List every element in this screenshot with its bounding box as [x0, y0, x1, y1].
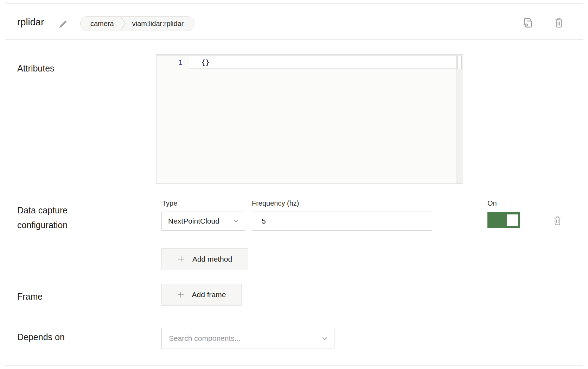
depends-on-label: Depends on [17, 330, 65, 344]
editor-active-line: 1 {} [156, 56, 456, 69]
attributes-label: Attributes [17, 61, 55, 76]
depends-on-select [161, 328, 334, 349]
add-method-button[interactable]: Add method [161, 248, 248, 270]
component-category: camera [90, 20, 114, 28]
trash-icon [553, 216, 562, 226]
frequency-label: Frequency (hz) [252, 199, 299, 207]
editor-code-text: {} [189, 56, 456, 69]
editor-line-number: 1 [156, 56, 189, 69]
duplicate-component-button[interactable] [522, 17, 534, 29]
plus-icon [177, 291, 184, 298]
rename-button[interactable] [57, 19, 69, 29]
delete-component-button[interactable] [552, 17, 565, 29]
capture-type-select[interactable]: NextPointCloud [161, 212, 245, 231]
duplicate-icon [522, 17, 533, 29]
editor-scrollbar-thumb[interactable] [458, 56, 462, 69]
capture-toggle[interactable] [487, 212, 520, 228]
chevron-down-icon [233, 219, 238, 223]
add-frame-label: Add frame [192, 290, 226, 299]
plus-icon [178, 256, 185, 263]
delete-capture-method-button[interactable] [551, 214, 564, 227]
component-model: viam:lidar:rplidar [132, 20, 184, 28]
search-components-input[interactable] [161, 328, 334, 349]
frame-label: Frame [17, 289, 43, 304]
component-card: rplidar camera viam:lidar:rplidar [5, 4, 583, 365]
editor-scrollbar[interactable] [456, 55, 463, 183]
frequency-input[interactable] [252, 212, 432, 231]
capture-type-value: NextPointCloud [168, 217, 219, 225]
component-card-header: rplidar camera viam:lidar:rplidar [5, 4, 583, 40]
add-method-label: Add method [192, 255, 232, 263]
toggle-knob [507, 214, 518, 226]
pencil-icon [58, 19, 68, 29]
capture-type-label: Type [162, 199, 177, 207]
component-name: rplidar [17, 17, 44, 27]
component-type-pill: camera viam:lidar:rplidar [80, 16, 194, 31]
data-capture-label: Data capture configuration [17, 203, 105, 232]
trash-icon [554, 18, 564, 28]
add-frame-button[interactable]: Add frame [161, 284, 242, 306]
capture-on-label: On [487, 199, 497, 207]
attributes-json-editor[interactable]: 1 {} [156, 54, 463, 184]
chevron-separator-icon [120, 17, 127, 31]
